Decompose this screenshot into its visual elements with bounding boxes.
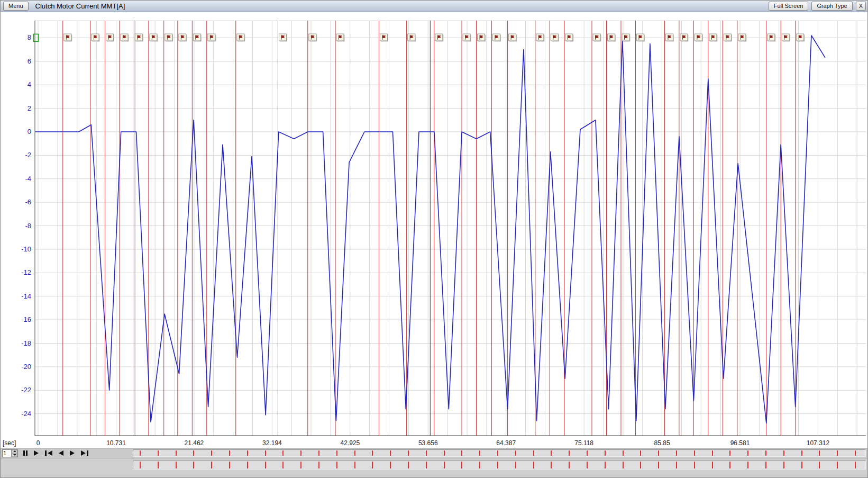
- x-tick-label: 21.462: [185, 439, 204, 447]
- timeline-tick: [336, 450, 337, 456]
- event-flag-icon[interactable]: [709, 34, 718, 42]
- timeline-tick: [765, 450, 766, 456]
- timeline-tick: [372, 462, 373, 468]
- event-flag-icon[interactable]: [309, 34, 317, 42]
- event-flag-icon[interactable]: [724, 34, 732, 42]
- timeline-tick: [265, 450, 266, 456]
- timeline-tick: [193, 462, 194, 468]
- event-tick-strip: [133, 449, 866, 457]
- timeline-tick: [837, 450, 838, 456]
- timeline-tick: [408, 450, 409, 456]
- skip-end-button[interactable]: [78, 449, 92, 457]
- timeline-tick: [623, 450, 624, 456]
- step-forward-button[interactable]: [67, 449, 78, 457]
- timeline-tick: [461, 462, 462, 468]
- timeline-tick: [747, 462, 748, 468]
- event-flag-icon[interactable]: [336, 34, 345, 42]
- event-flag-icon[interactable]: [536, 34, 544, 42]
- y-tick-label: -4: [25, 175, 31, 183]
- timeline-tick: [211, 450, 212, 456]
- frame-number-spinner[interactable]: [2, 449, 18, 457]
- timeline-tick: [497, 462, 498, 468]
- graph-window: Menu Clutch Motor Current MMT[A] Full Sc…: [0, 0, 868, 478]
- skip-start-icon: [45, 450, 52, 456]
- event-flag-icon[interactable]: [695, 34, 703, 42]
- timeline-tick: [444, 462, 445, 468]
- timeline-tick: [158, 462, 159, 468]
- timeline-tick: [569, 450, 570, 456]
- timeline-tick: [265, 462, 266, 468]
- skip-start-button[interactable]: [42, 449, 56, 457]
- timeline-tick: [372, 450, 373, 456]
- timeline-tick: [640, 450, 641, 456]
- event-flag-icon[interactable]: [208, 34, 216, 42]
- full-screen-button[interactable]: Full Screen: [769, 2, 809, 11]
- timeline-tick: [390, 450, 391, 456]
- x-tick-label: 85.85: [654, 439, 670, 447]
- y-tick-label: 4: [28, 80, 31, 88]
- event-flag-icon[interactable]: [135, 34, 143, 42]
- timeline-tick: [479, 462, 480, 468]
- event-flag-icon[interactable]: [492, 34, 501, 42]
- x-tick-label: 0: [36, 439, 40, 447]
- event-flag-icon[interactable]: [121, 34, 129, 42]
- event-flag-icon[interactable]: [607, 34, 616, 42]
- y-tick-label: 8: [28, 33, 31, 41]
- playback-buttons: [20, 449, 92, 457]
- y-tick-label: -16: [21, 315, 31, 323]
- event-flag-icon[interactable]: [435, 34, 444, 42]
- chevron-up-icon: [13, 450, 16, 452]
- event-flag-icon[interactable]: [380, 34, 388, 42]
- event-flag-icon[interactable]: [408, 34, 416, 42]
- timeline-band: [1, 458, 867, 478]
- event-flag-icon[interactable]: [193, 34, 202, 42]
- y-tick-label: -24: [21, 410, 31, 418]
- graph-type-button[interactable]: Graph Type: [811, 2, 852, 11]
- event-flag-icon[interactable]: [636, 34, 645, 42]
- timeline-tick: [461, 450, 462, 456]
- event-flag-icon[interactable]: [565, 34, 574, 42]
- event-flag-icon[interactable]: [551, 34, 559, 42]
- event-flag-icon[interactable]: [478, 34, 486, 42]
- timeline-tick: [676, 450, 677, 456]
- event-flag-icon[interactable]: [768, 34, 776, 42]
- event-flag-icon[interactable]: [150, 34, 158, 42]
- event-flag-icon[interactable]: [279, 34, 287, 42]
- y-tick-label: -14: [21, 292, 31, 300]
- step-back-button[interactable]: [56, 449, 67, 457]
- event-flag-icon[interactable]: [797, 34, 805, 42]
- event-flag-icon[interactable]: [782, 34, 790, 42]
- timeline-tick: [533, 450, 534, 456]
- y-tick-label: -18: [21, 339, 31, 347]
- timeline-tick: [658, 462, 659, 468]
- event-flag-icon[interactable]: [665, 34, 674, 42]
- event-flag-icon[interactable]: [64, 34, 72, 42]
- pause-button[interactable]: [20, 449, 31, 457]
- event-flag-icon[interactable]: [738, 34, 747, 42]
- event-flag-icon[interactable]: [179, 34, 187, 42]
- y-tick-label: -8: [25, 222, 31, 230]
- event-flag-icon[interactable]: [92, 34, 100, 42]
- timeline-tick: [729, 450, 730, 456]
- event-flag-icon[interactable]: [680, 34, 689, 42]
- timeline-tick: [801, 450, 802, 456]
- timeline-tick: [176, 462, 177, 468]
- event-flag-icon[interactable]: [622, 34, 631, 42]
- event-flag-icon[interactable]: [509, 34, 517, 42]
- event-flag-icon[interactable]: [463, 34, 471, 42]
- menu-button[interactable]: Menu: [3, 2, 29, 11]
- timeline-tick: [140, 462, 141, 468]
- timeline-tick: [282, 450, 284, 456]
- frame-number-input[interactable]: [3, 450, 11, 457]
- close-button[interactable]: X: [856, 2, 866, 11]
- y-tick-label: -2: [25, 151, 31, 159]
- timeline-tick: [444, 450, 445, 456]
- chart-plot-area[interactable]: 86420-2-4-6-8-10-12-14-16-18-20-22-24: [1, 12, 868, 439]
- timeline-tick: [336, 462, 337, 468]
- event-flag-icon[interactable]: [106, 34, 114, 42]
- spinner-down-button[interactable]: [12, 453, 17, 457]
- play-button[interactable]: [31, 449, 42, 457]
- event-flag-icon[interactable]: [165, 34, 173, 42]
- event-flag-icon[interactable]: [237, 34, 245, 42]
- event-flag-icon[interactable]: [593, 34, 601, 42]
